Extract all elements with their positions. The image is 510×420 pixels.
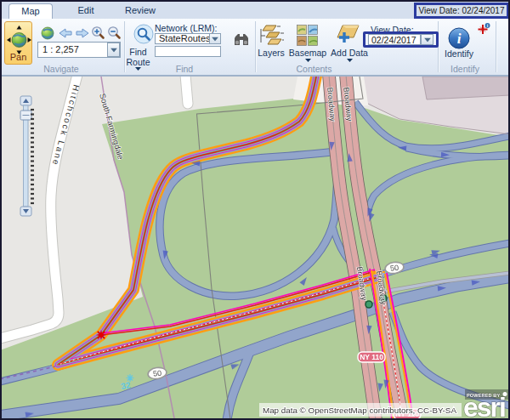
svg-text:NY 110: NY 110 <box>360 353 383 361</box>
svg-text:esri: esri <box>463 392 505 418</box>
svg-text:50: 50 <box>389 264 399 273</box>
svg-text:i: i <box>457 31 462 47</box>
svg-text:Map data © OpenStreetMap contr: Map data © OpenStreetMap contributors, C… <box>263 406 456 415</box>
svg-text:50: 50 <box>152 369 162 378</box>
